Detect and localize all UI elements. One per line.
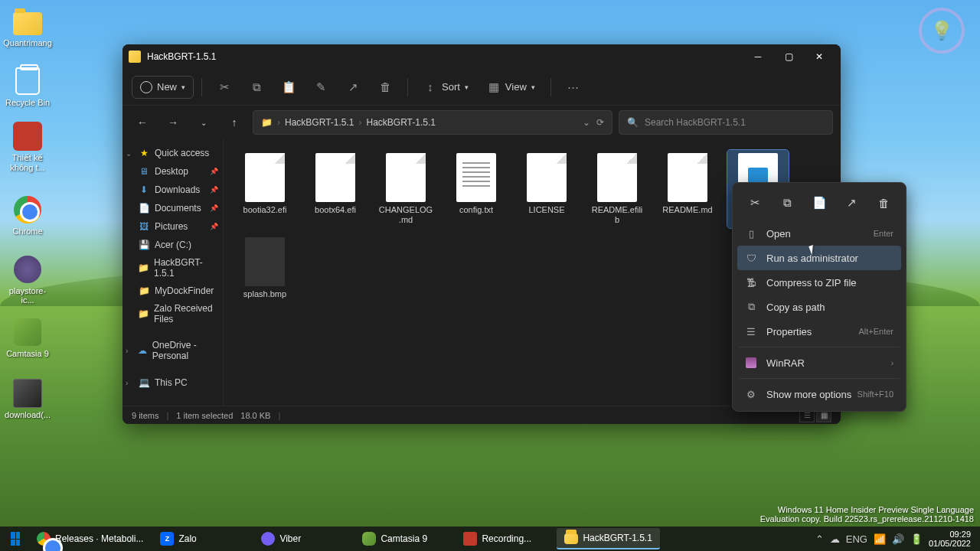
desktop-icon-download[interactable]: download(... (3, 378, 52, 419)
taskbar-item[interactable]: Recording... (456, 528, 555, 549)
view-button[interactable]: ▦View ▾ (479, 76, 543, 99)
back-button[interactable]: ← (130, 110, 155, 135)
sidebar-item-hackbgrt[interactable]: 📁HackBGRT-1.5.1 (122, 254, 223, 282)
file-name: splash.bmp (237, 289, 292, 299)
share-button[interactable]: ↗ (338, 76, 368, 99)
maximize-button[interactable]: ▢ (773, 46, 804, 67)
file-icon (245, 237, 285, 286)
ctx-copy-path[interactable]: ⧉Copy as path (737, 295, 901, 319)
sidebar-item-acer[interactable]: 💾Acer (C:) (122, 236, 223, 254)
rename-icon: 📄 (812, 196, 827, 210)
new-button[interactable]: New ▾ (132, 76, 194, 99)
chevron-down-icon[interactable]: ⌄ (583, 117, 590, 128)
tray-volume-icon[interactable]: 🔊 (892, 533, 904, 545)
file-item[interactable]: LICENSE (516, 150, 577, 228)
sidebar-quick-access[interactable]: ⌄★Quick access (122, 144, 223, 162)
minimize-button[interactable]: ─ (743, 46, 773, 67)
tray-wifi-icon[interactable]: 📶 (874, 533, 886, 545)
search-input[interactable]: 🔍 Search HackBGRT-1.5.1 (619, 110, 833, 135)
sidebar-onedrive[interactable]: ›☁OneDrive - Personal (122, 337, 223, 364)
file-item[interactable]: splash.bmp (234, 234, 296, 302)
paste-button[interactable]: 📋 (274, 76, 303, 99)
sidebar-this-pc[interactable]: ›💻This PC (122, 373, 223, 392)
delete-button[interactable]: 🗑 (371, 76, 400, 99)
clock[interactable]: 09:29 01/05/2022 (929, 530, 971, 548)
trash-icon: 🗑 (378, 80, 392, 94)
sort-icon: ↕ (423, 80, 437, 94)
breadcrumb-item[interactable]: HackBGRT-1.5.1 (366, 117, 435, 128)
ctx-cut-button[interactable]: ✂ (743, 191, 767, 215)
trash-icon: 🗑 (878, 197, 890, 210)
properties-icon: ☰ (745, 325, 757, 337)
sidebar-item-documents[interactable]: 📄Documents📌 (122, 199, 223, 217)
breadcrumb-item[interactable]: HackBGRT-1.5.1 (285, 117, 354, 128)
ctx-rename-button[interactable]: 📄 (807, 191, 831, 215)
copy-button[interactable]: ⧉ (242, 76, 271, 99)
sidebar-item-zalo[interactable]: 📁Zalo Received Files (122, 300, 223, 328)
tray-lang-icon[interactable]: ENG (846, 533, 867, 545)
taskbar-item-label: Camtasia 9 (381, 533, 427, 544)
ctx-copy-button[interactable]: ⧉ (775, 191, 799, 215)
desktop-icon-thietke[interactable]: Thiết kế không t... (3, 121, 52, 172)
file-item[interactable]: README.efilib (586, 150, 648, 228)
file-icon (668, 153, 707, 202)
desktop-icon-recycle-bin[interactable]: Recycle Bin (3, 66, 52, 107)
desktop-icon-chrome[interactable]: Chrome (3, 194, 52, 236)
taskbar-item[interactable]: HackBGRT-1.5.1 (557, 528, 659, 549)
sidebar-item-mydockfinder[interactable]: 📁MyDockFinder (122, 282, 223, 300)
ctx-delete-button[interactable]: 🗑 (871, 191, 896, 215)
sidebar-network[interactable]: ›🖧Network (122, 401, 223, 406)
ctx-run-admin[interactable]: 🛡Run as administrator (737, 246, 901, 270)
mouse-cursor (810, 245, 819, 257)
refresh-button[interactable]: ⟳ (596, 117, 604, 128)
close-button[interactable]: ✕ (804, 46, 835, 67)
taskbar-item[interactable]: Viber (253, 528, 353, 549)
sidebar-item-desktop[interactable]: 🖥Desktop📌 (122, 162, 223, 181)
desktop-icon-playstore[interactable]: playstore-ic... (3, 254, 52, 305)
rename-button[interactable]: ✎ (306, 76, 335, 99)
up-button[interactable]: ↑ (222, 110, 247, 135)
taskbar-item-label: Zalo (178, 533, 196, 544)
file-icon (315, 153, 355, 202)
file-icon (527, 153, 567, 202)
file-item[interactable]: config.txt (446, 150, 507, 228)
icon-label: Chrome (3, 227, 52, 236)
paste-icon: 📋 (282, 80, 296, 94)
taskbar: Releases · Metaboli...ZZaloViberCamtasia… (0, 527, 980, 551)
file-item[interactable]: bootia32.efi (234, 150, 296, 228)
taskbar-item[interactable]: Camtasia 9 (354, 528, 454, 549)
sort-button[interactable]: ↕Sort ▾ (416, 76, 476, 99)
address-bar[interactable]: 📁 › HackBGRT-1.5.1 › HackBGRT-1.5.1 ⌄⟳ (253, 110, 612, 135)
ctx-open[interactable]: ▯OpenEnter (737, 221, 901, 246)
tray-battery-icon[interactable]: 🔋 (910, 533, 923, 545)
cut-button[interactable]: ✂ (210, 76, 239, 99)
sidebar-item-pictures[interactable]: 🖼Pictures📌 (122, 217, 223, 236)
more-button[interactable]: ⋯ (559, 76, 588, 99)
taskbar-item-label: Viber (279, 533, 301, 544)
ctx-compress[interactable]: 🗜Compress to ZIP file (737, 270, 901, 295)
taskbar-item-label: Releases · Metaboli... (55, 533, 143, 544)
desktop-icon-quantrimang[interactable]: Quantrimang (3, 6, 52, 47)
ctx-properties[interactable]: ☰PropertiesAlt+Enter (737, 319, 901, 344)
copy-icon: ⧉ (250, 80, 263, 94)
taskbar-item[interactable]: Releases · Metaboli... (29, 528, 151, 549)
ctx-share-button[interactable]: ↗ (839, 191, 864, 215)
desktop-icon-camtasia[interactable]: Camtasia 9 (3, 317, 52, 358)
taskbar-item[interactable]: ZZalo (152, 528, 252, 549)
ctx-show-more[interactable]: ⚙Show more optionsShift+F10 (737, 382, 901, 406)
start-button[interactable] (3, 528, 28, 549)
cut-icon: ✂ (750, 196, 760, 210)
file-item[interactable]: README.md (657, 150, 718, 228)
file-item[interactable]: bootx64.efi (305, 150, 366, 228)
forward-button[interactable]: → (161, 110, 185, 135)
tray-chevron-icon[interactable]: ⌃ (815, 533, 824, 545)
ctx-winrar[interactable]: WinRAR› (737, 350, 901, 375)
watermark-logo (919, 8, 965, 54)
sidebar-item-downloads[interactable]: ⬇Downloads📌 (122, 181, 223, 199)
shield-icon: 🛡 (745, 252, 757, 264)
recent-button[interactable]: ⌄ (191, 110, 216, 135)
status-size: 18.0 KB (240, 411, 270, 420)
titlebar[interactable]: HackBGRT-1.5.1 ─ ▢ ✕ (122, 44, 841, 69)
file-item[interactable]: CHANGELOG.md (375, 150, 436, 228)
tray-onedrive-icon[interactable]: ☁ (830, 533, 840, 545)
